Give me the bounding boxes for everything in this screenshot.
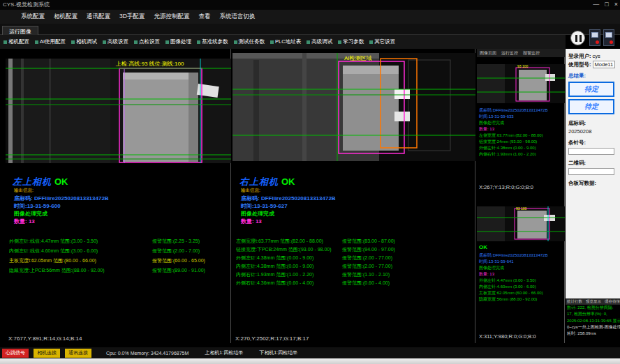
small-bottom-result: OK (479, 244, 487, 250)
left-camera-result: 左上相机OK (13, 176, 68, 188)
left-camera-view[interactable]: 上检:高线:93 线位:测线:100 左上相机OK 输出信息: 底标码: DFF… (6, 49, 231, 343)
stats-tab-count[interactable]: 统计行数 (567, 299, 582, 304)
record-indicator-icon (596, 40, 599, 44)
secondary-view-tabs: 图像页面 运行监控 报警监控 (477, 49, 565, 57)
bottom-edge-strip (0, 358, 620, 364)
login-user-label: 登录用户: (568, 53, 591, 59)
info-panel: 登录用户: cys 使用型号: Mode11 总结果: 待定 待定 底标码: 2… (566, 49, 620, 298)
camera-connect-badge: 相机连接 (34, 349, 60, 358)
stats-line: 0~cys一外上图检测-图像处理 (566, 324, 620, 331)
small-bottom-camera-image[interactable]: 93 100 (477, 206, 565, 241)
barcode-text: 底标码: DFFIiire2025020813313472B (241, 195, 336, 202)
pin-input[interactable] (568, 148, 614, 155)
count-text: 数量: 13 (241, 218, 262, 225)
model-select[interactable]: Mode11 (593, 61, 616, 68)
tool-advanced-settings[interactable]: 高级设置 (103, 38, 128, 45)
batch-code-value: 20250208 (568, 128, 617, 135)
small-top-line: 左侧宽度:63.77mm (82.00 - 88.00) (479, 132, 543, 139)
minimize-button[interactable]: — (593, 0, 599, 10)
small-top-camera-image[interactable]: 93 100 (477, 64, 565, 103)
right-camera-view[interactable]: AI检测区域 右上相机OK 输出信息: 底标码: DFFIiire2025020… (232, 49, 475, 343)
tab-run-monitor[interactable]: 运行监控 (501, 50, 518, 56)
total-result-box-2: 待定 (568, 99, 614, 114)
tool-camera-debug[interactable]: 相机调试 (71, 38, 97, 45)
title-bar: CYS-视觉检测系统 — □ × (0, 0, 620, 10)
board-data-label: 合板写数据: (568, 180, 596, 186)
small-top-line: 内侧右针:1.93mm (1.00 - 2.20) (479, 151, 536, 158)
camera-snapshot-button-1[interactable] (589, 29, 600, 46)
right-pixel-coords: X:270,Y:2502;R:17;G:17;B:17 (235, 335, 309, 342)
login-user-value: cys (593, 53, 600, 59)
menu-light-config[interactable]: 光源控制配置 (154, 13, 189, 21)
process-status-text: 图像处理完成 (14, 210, 47, 218)
tool-spot-check[interactable]: 点检设置 (134, 38, 160, 45)
menu-system-config[interactable]: 系统配置 (21, 13, 45, 21)
small-bottom-line: 数量: 13 (479, 271, 494, 278)
toolbar: 相机配置 AI使用配置 相机调试 高级设置 点检设置 图像处理 基准线参数 测试… (0, 35, 566, 49)
measurement-row: 外侧左针:4.38mm 范围:(0.00 - 9.00)报警范围:(2.00 -… (236, 255, 473, 261)
small-bottom-line: 内侧左针:4.60mm (3.00 - 6.00) (479, 284, 536, 290)
measurement-row: 左侧宽度t:63.77mm 范围:(82.00 - 88.00)报警范围:(83… (236, 238, 473, 245)
left-pixel-coords: X:7677,Y:891;R:14;G:14;B:14 (8, 335, 82, 342)
cpu-memory-text: Cpu: 0.0% Memory: 3424.41796875M (106, 351, 189, 356)
camera-snapshot-button-2[interactable] (603, 29, 614, 46)
maximize-button[interactable]: □ (605, 0, 608, 10)
small-top-line: 外侧左针:4.38mm (0.00 - 9.00) (479, 145, 536, 151)
small-top-pixel-coords: X:267;Y:13;R:0;G:0;B:0 (479, 184, 533, 190)
record-indicator-icon (610, 40, 613, 44)
stats-line: 17, 检测分辨率(%): 0, (566, 311, 620, 317)
tool-baseline-params[interactable]: 基准线参数 (197, 38, 228, 45)
output-info-label: 输出信息: (241, 188, 260, 194)
total-result-box-1: 待定 (568, 82, 614, 97)
close-button[interactable]: × (614, 0, 618, 10)
menu-comm-config[interactable]: 通讯配置 (87, 13, 110, 21)
tab-alarm-monitor[interactable]: 报警监控 (523, 50, 540, 56)
total-result-label: 总结果: (568, 73, 617, 79)
comm-connect-badge: 通讯连接 (65, 349, 91, 358)
time-text: 时间:13-31-59-627 (241, 202, 288, 210)
tool-learning-params[interactable]: 学习参数 (338, 38, 364, 45)
qr-label: 二维码: (568, 160, 586, 166)
menu-view[interactable]: 查看 (198, 13, 210, 21)
tool-test-tasks[interactable]: 测试任务数 (234, 38, 265, 45)
pause-icon (575, 35, 577, 42)
top-camera-result-text: 上相机1:四检结果 (205, 349, 243, 356)
window-controls: — □ × (593, 0, 618, 10)
qr-input[interactable] (568, 168, 614, 175)
small-top-line: 底标码:DFFIiire2025020813313472B (479, 107, 547, 114)
result-ok-badge: OK (54, 176, 68, 187)
small-bottom-line: 主板宽度:62.05mm (60.00 - 66.00) (479, 290, 543, 296)
tool-image-processing[interactable]: 图像处理 (165, 38, 191, 45)
pin-label: 条针号: (568, 139, 586, 146)
tool-advanced-debug[interactable]: 高级调试 (307, 38, 332, 45)
small-bottom-line: 时间:13-31-59-641 (479, 259, 514, 265)
stats-tabs: 统计行数 预览显示 缓存待传 (566, 298, 620, 305)
ai-region-label: AI检测区域 (344, 55, 372, 61)
small-top-line: 图像处理完成 (479, 120, 504, 126)
measurement-row: 内侧右针:1.93mm 范围:(1.00 - 2.20)报警范围:(1.10 -… (236, 271, 473, 278)
tool-plc-address[interactable]: PLC地址表 (270, 38, 301, 45)
small-top-overlay: 93 100 (517, 64, 529, 68)
small-top-line: 时间:13-31-59-633 (479, 114, 514, 120)
status-bar: 心跳信号 相机连接 通讯连接 Cpu: 0.0% Memory: 3424.41… (0, 347, 620, 358)
menu-bar: 系统配置 相机配置 通讯配置 3D手配置 光源控制配置 查看 系统语言切换 (0, 10, 620, 24)
tool-other-settings[interactable]: 其它设置 (369, 38, 395, 45)
small-bottom-overlay: 93 100 (516, 206, 527, 211)
measurement-row: 外侧左针:线值:4.47mm 范围:(3.00 - 3.50)报警范围:(2.2… (9, 238, 246, 245)
count-text: 数量: 13 (14, 218, 35, 225)
heartbeat-status-badge: 心跳信号 (2, 349, 29, 358)
stats-tab-cache[interactable]: 缓存待传 (605, 299, 620, 304)
pause-button[interactable] (570, 31, 585, 45)
menu-3d-config[interactable]: 3D手配置 (119, 13, 145, 21)
tab-row: 运行图像 (0, 24, 620, 35)
left-camera-image: 上检:高线:93 线位:测线:100 (6, 59, 231, 163)
bottom-camera-result-text: 下相机1:四检结果 (259, 349, 297, 356)
model-label: 使用型号: (568, 61, 591, 68)
tool-camera-config[interactable]: 相机配置 (3, 38, 29, 45)
stats-tab-preview[interactable]: 预览显示 (586, 299, 601, 304)
small-bottom-line: 隐藏宽度:56mm (88.00 - 92.00) (479, 296, 537, 303)
menu-language-switch[interactable]: 系统语言切换 (219, 13, 255, 21)
menu-camera-config[interactable]: 相机配置 (54, 13, 78, 21)
tool-ai-config[interactable]: AI使用配置 (35, 38, 66, 45)
tab-image-page[interactable]: 图像页面 (480, 50, 496, 56)
